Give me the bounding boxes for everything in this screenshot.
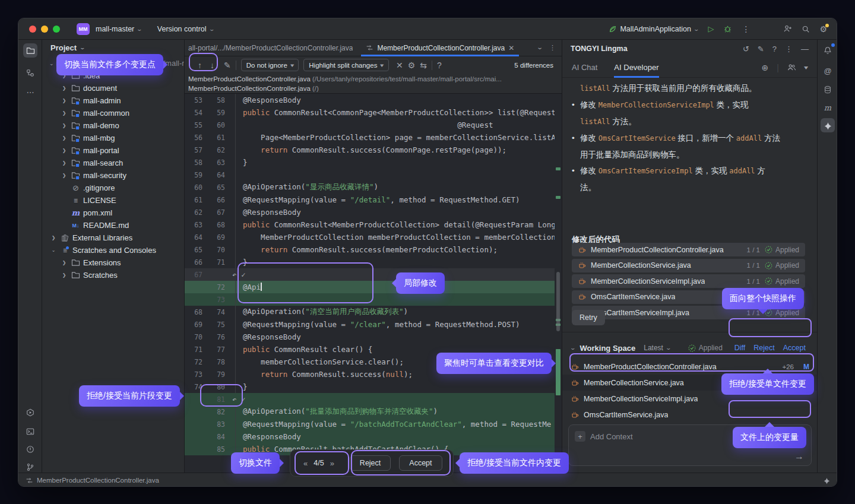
previous-change-button[interactable]: ↑ bbox=[198, 61, 202, 69]
workspace-file-row[interactable]: OmsCartItemService.java bbox=[562, 407, 817, 423]
tree-item-mall-demo[interactable]: ❯mall-demo bbox=[42, 119, 185, 132]
reject-file-button[interactable]: Reject bbox=[350, 455, 391, 471]
minimize-window-icon[interactable] bbox=[41, 26, 48, 33]
diff-settings-icon[interactable]: ⚙ bbox=[408, 61, 416, 69]
code-line[interactable]: 5560 @Request bbox=[185, 119, 555, 131]
chevron-expanded-icon[interactable]: ⌄ bbox=[49, 61, 54, 66]
more-actions-button[interactable]: ⋮ bbox=[742, 25, 750, 33]
code-line[interactable]: 5964 bbox=[185, 169, 555, 181]
tree-item-license[interactable]: ≡LICENSE bbox=[42, 194, 185, 207]
tree-item-mall-common[interactable]: ❯mall-common bbox=[42, 107, 185, 119]
snapshot-version-dropdown[interactable]: Latest⌄ bbox=[644, 344, 670, 352]
code-line[interactable]: 83@RequestMapping(value = "/batchAddToCa… bbox=[185, 418, 555, 430]
database-tool-button[interactable] bbox=[821, 83, 835, 97]
swap-sides-icon[interactable]: ⇆ bbox=[420, 61, 427, 69]
code-line[interactable]: 6469 MemberProductCollection memberProdu… bbox=[185, 231, 555, 243]
more-icon[interactable]: ⋮ bbox=[785, 45, 793, 53]
tab-options-icon[interactable]: ⋮ bbox=[549, 44, 556, 52]
run-configuration-selector[interactable]: MallAdminApplication⌄ bbox=[609, 25, 698, 33]
tree-item--gitignore[interactable]: ⊘.gitignore bbox=[42, 182, 185, 194]
code-line[interactable]: 82@ApiOperation("批量添加商品到购物车并清空收藏夹") bbox=[185, 405, 555, 418]
code-line[interactable]: 5762 return CommonResult.success(CommonP… bbox=[185, 144, 555, 156]
workspace-accept-link[interactable]: Accept bbox=[783, 344, 806, 352]
help-icon[interactable]: ? bbox=[772, 45, 777, 53]
revert-snippet-icon[interactable]: ↶ bbox=[232, 395, 236, 404]
notifications-button[interactable] bbox=[821, 43, 835, 58]
code-line[interactable]: 6368public CommonResult<MemberProductCol… bbox=[185, 218, 555, 231]
tree-item-readme-md[interactable]: M↓README.md bbox=[42, 219, 185, 232]
highlight-mode-dropdown[interactable]: Highlight split changes▾ bbox=[303, 59, 389, 71]
help-icon[interactable]: ? bbox=[437, 61, 442, 69]
tree-item-mall-admin[interactable]: ❯mall-admin bbox=[42, 94, 185, 107]
project-menu[interactable]: mall-master⌄ bbox=[96, 25, 142, 33]
zoom-window-icon[interactable] bbox=[53, 26, 60, 33]
modified-file-card[interactable]: MemberCollectionServiceImpl.java1 / 1App… bbox=[572, 274, 805, 288]
modified-file-card[interactable]: MemberProductCollectionController.java1 … bbox=[572, 243, 805, 256]
chevron-down-icon[interactable]: ▾ bbox=[804, 64, 808, 71]
editor-tab-active[interactable]: MemberProductCollectionController.java ✕ bbox=[361, 40, 519, 56]
code-area[interactable]: 5358@ResponseBody5459public CommonResult… bbox=[185, 94, 555, 473]
ignore-mode-dropdown[interactable]: Do not ignore▾ bbox=[241, 59, 299, 71]
code-line[interactable]: 73 bbox=[185, 293, 555, 306]
accept-snippet-icon[interactable]: ✓ bbox=[241, 271, 245, 279]
code-line[interactable]: 7076@ResponseBody bbox=[185, 331, 555, 343]
modified-file-card[interactable]: MemberCollectionService.java1 / 1Applied bbox=[572, 259, 805, 272]
code-line[interactable]: 6570 return CommonResult.success(memberP… bbox=[185, 243, 555, 256]
close-window-icon[interactable] bbox=[29, 26, 36, 33]
chevron-down-icon[interactable]: ⌄ bbox=[569, 345, 576, 351]
new-session-icon[interactable]: ⊕ bbox=[762, 63, 769, 72]
accept-file-button[interactable]: Accept bbox=[399, 455, 442, 471]
debug-button[interactable] bbox=[723, 24, 732, 33]
code-line[interactable]: 5661 Page<MemberProductCollection> page … bbox=[185, 131, 555, 144]
terminal-tool-button[interactable] bbox=[23, 424, 37, 439]
code-line[interactable]: 72@Api bbox=[185, 281, 555, 293]
code-line[interactable]: 6065@ApiOperation("显示商品收藏详情") bbox=[185, 181, 555, 194]
close-tab-icon[interactable]: ✕ bbox=[508, 44, 514, 52]
workspace-file-row[interactable]: MemberProductCollectionController.java+2… bbox=[562, 359, 817, 375]
accept-snippet-icon[interactable]: ✓ bbox=[241, 395, 245, 404]
previous-file-icon[interactable]: « bbox=[303, 459, 308, 468]
snippet-action-row[interactable]: 67↶✓ bbox=[185, 268, 555, 281]
settings-button[interactable]: ⚙ bbox=[819, 25, 827, 33]
tree-item-pom-xml[interactable]: mpom.xml bbox=[42, 207, 185, 219]
workspace-diff-link[interactable]: Diff bbox=[734, 344, 746, 352]
code-line[interactable]: 84@ResponseBody bbox=[185, 430, 555, 443]
services-tool-button[interactable] bbox=[23, 405, 37, 420]
code-line[interactable]: 5358@ResponseBody bbox=[185, 94, 555, 106]
next-change-button[interactable]: ↓ bbox=[210, 61, 214, 69]
search-everywhere-button[interactable] bbox=[802, 25, 810, 33]
maven-tool-button[interactable]: m bbox=[821, 100, 835, 115]
mentions-tool-button[interactable]: @ bbox=[821, 64, 835, 78]
next-file-icon[interactable]: » bbox=[330, 459, 334, 468]
more-tools-button[interactable]: ⋯ bbox=[23, 85, 37, 99]
agents-icon[interactable] bbox=[787, 64, 796, 71]
new-chat-icon[interactable]: ✎ bbox=[758, 45, 764, 53]
tree-item-document[interactable]: ❯document bbox=[42, 82, 185, 94]
commit-tool-button[interactable] bbox=[23, 66, 37, 80]
code-line[interactable]: 6874@ApiOperation("清空当前用户商品收藏列表") bbox=[185, 306, 555, 318]
code-line[interactable]: 6975@RequestMapping(value = "/clear", me… bbox=[185, 318, 555, 331]
minimize-panel-icon[interactable]: — bbox=[801, 45, 809, 53]
send-icon[interactable]: → bbox=[794, 451, 804, 462]
lingma-status-icon[interactable] bbox=[823, 477, 831, 484]
snippet-action-row[interactable]: 81↶✓ bbox=[185, 393, 555, 405]
tree-item-scratches-and-consoles[interactable]: ⌄≡Scratches and Consoles bbox=[42, 244, 185, 256]
tree-item-mall-portal[interactable]: ❯mall-portal bbox=[42, 144, 185, 157]
chevron-down-icon[interactable]: ⌄ bbox=[536, 44, 543, 52]
tab-ai-developer[interactable]: AI Developer bbox=[614, 58, 658, 78]
code-line[interactable]: 6267@ResponseBody bbox=[185, 206, 555, 218]
tree-item-mall-search[interactable]: ❯mall-search bbox=[42, 157, 185, 169]
workspace-reject-link[interactable]: Reject bbox=[753, 344, 774, 352]
history-icon[interactable]: ↺ bbox=[743, 45, 749, 53]
run-button[interactable]: ▷ bbox=[708, 25, 714, 33]
problems-tool-button[interactable] bbox=[23, 442, 37, 457]
code-line[interactable]: 6671} bbox=[185, 256, 555, 268]
scrollbar-thumb[interactable] bbox=[556, 272, 560, 331]
tree-item-mall-mbg[interactable]: ❯mall-mbg bbox=[42, 132, 185, 144]
project-panel-header[interactable]: Project⌄ bbox=[42, 40, 184, 55]
code-line[interactable]: 6166@RequestMapping(value = "/detail", m… bbox=[185, 194, 555, 206]
project-tool-button[interactable] bbox=[23, 43, 37, 58]
collapse-unchanged-icon[interactable]: ✕ bbox=[396, 61, 403, 69]
add-user-button[interactable] bbox=[783, 24, 792, 33]
editor-tab-inactive[interactable]: all-portal/.../MemberProductCollectionCo… bbox=[185, 44, 353, 52]
